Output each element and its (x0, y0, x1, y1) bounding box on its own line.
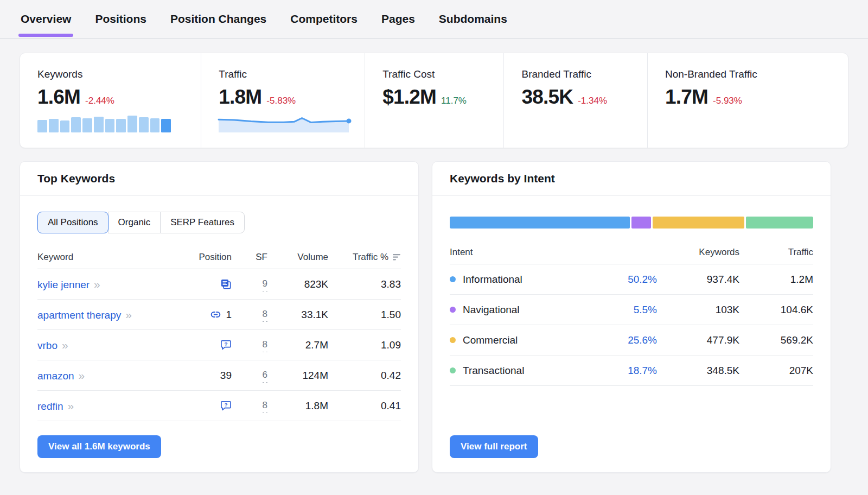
view-all-keywords-button[interactable]: View all 1.6M keywords (37, 435, 161, 458)
filter-organic[interactable]: Organic (108, 212, 161, 233)
stat-delta: -5.93% (713, 96, 742, 106)
traffic-pct-value: 0.41 (328, 400, 401, 412)
domain-overview-page: Overview Positions Position Changes Comp… (0, 0, 868, 473)
tab-label: Position Changes (170, 12, 266, 26)
table-row: Commercial 25.6% 477.9K 569.2K (450, 325, 813, 356)
instant-answer-icon: ? (220, 400, 232, 411)
stat-label: Branded Traffic (521, 68, 634, 80)
intent-name: Transactional (463, 365, 524, 377)
card-title: Top Keywords (20, 162, 418, 196)
tab-overview[interactable]: Overview (21, 0, 71, 38)
serp-features-count[interactable]: 8 (263, 400, 267, 413)
summary-metrics-card: Keywords 1.6M -2.44% Traffic 1.8M -5.83%… (20, 53, 848, 148)
stat-traffic-cost: Traffic Cost $1.2M 11.7% (365, 53, 503, 148)
traffic-pct-value: 1.50 (328, 309, 401, 321)
tab-label: Pages (381, 12, 415, 26)
tab-label: Subdomains (439, 12, 507, 26)
table-row: apartment therapy» 1 8 33.1K 1.50 (37, 300, 401, 330)
top-stories-icon (220, 278, 232, 290)
intent-share-link[interactable]: 50.2% (628, 274, 657, 285)
link-icon (210, 309, 221, 320)
stat-value: $1.2M (382, 86, 436, 109)
intent-keywords-value: 937.4K (657, 274, 739, 285)
tab-subdomains[interactable]: Subdomains (439, 0, 507, 38)
stat-traffic: Traffic 1.8M -5.83% (201, 53, 365, 148)
keyword-link[interactable]: kylie jenner (37, 279, 90, 290)
traffic-pct-value: 1.09 (328, 339, 401, 351)
report-tabs: Overview Positions Position Changes Comp… (0, 0, 868, 39)
view-full-report-button[interactable]: View full report (450, 435, 538, 458)
filter-all-positions[interactable]: All Positions (37, 212, 108, 233)
expand-chevrons-icon[interactable]: » (79, 369, 84, 382)
table-row: Transactional 18.7% 348.5K 207K (450, 356, 813, 386)
intent-share-link[interactable]: 5.5% (634, 304, 657, 315)
filter-serp-features[interactable]: SERP Features (160, 212, 245, 233)
keywords-by-intent-card: Keywords by Intent Intent Keywords Traff… (432, 161, 831, 473)
active-tab-indicator (18, 34, 73, 37)
table-row: redfin» ? 8 1.8M 0.41 (37, 391, 401, 421)
stat-label: Traffic Cost (382, 68, 490, 80)
volume-value: 33.1K (267, 309, 328, 321)
table-row: kylie jenner» 9 823K 3. (37, 269, 401, 300)
svg-text:?: ? (224, 402, 227, 408)
position-value: 1 (226, 309, 232, 321)
stat-value: 1.8M (219, 86, 261, 109)
intent-keywords-value: 477.9K (657, 334, 739, 346)
traffic-pct-value: 3.83 (328, 278, 401, 290)
intent-traffic-value: 104.6K (739, 304, 813, 316)
stat-delta: -5.83% (266, 96, 296, 106)
col-position: Position (182, 252, 232, 263)
intent-traffic-value: 569.2K (739, 334, 813, 346)
expand-chevrons-icon[interactable]: » (68, 399, 73, 412)
intent-keywords-value: 103K (657, 304, 739, 316)
intent-share-link[interactable]: 25.6% (628, 334, 657, 346)
card-title: Keywords by Intent (432, 162, 831, 196)
expand-chevrons-icon[interactable]: » (125, 308, 131, 321)
stat-branded-traffic: Branded Traffic 38.5K -1.34% (503, 53, 647, 148)
col-intent: Intent (450, 247, 591, 258)
tab-label: Competitors (290, 12, 358, 26)
table-row: Informational 50.2% 937.4K 1.2M (450, 264, 813, 295)
table-row: vrbo» ? 8 2.7M 1.09 (37, 330, 401, 360)
intent-distribution-bar (450, 217, 813, 229)
serp-features-count[interactable]: 8 (263, 339, 267, 352)
intent-traffic-value: 207K (739, 365, 813, 377)
volume-value: 1.8M (267, 400, 328, 412)
stat-non-branded-traffic: Non-Branded Traffic 1.7M -5.93% (647, 53, 848, 148)
keyword-link[interactable]: apartment therapy (37, 309, 121, 321)
tab-pages[interactable]: Pages (381, 0, 415, 38)
keyword-link[interactable]: redfin (37, 401, 63, 412)
intent-share-link[interactable]: 18.7% (628, 365, 657, 376)
tab-position-changes[interactable]: Position Changes (170, 0, 266, 38)
traffic-trend-sparkline (219, 114, 350, 134)
expand-chevrons-icon[interactable]: » (62, 339, 67, 351)
instant-answer-icon: ? (220, 339, 232, 351)
position-value: 39 (220, 370, 232, 382)
traffic-pct-value: 0.42 (328, 370, 401, 382)
col-keywords: Keywords (657, 247, 739, 258)
main-content: Keywords 1.6M -2.44% Traffic 1.8M -5.83%… (0, 39, 868, 473)
navigational-dot-icon (450, 307, 456, 313)
table-row: amazon» 39 6 124M 0.42 (37, 360, 401, 391)
keyword-link[interactable]: vrbo (37, 340, 58, 351)
keyword-link[interactable]: amazon (37, 370, 74, 382)
serp-features-count[interactable]: 9 (263, 278, 267, 291)
stat-value: 1.7M (665, 86, 708, 109)
stat-label: Non-Branded Traffic (665, 68, 835, 80)
transactional-dot-icon (450, 367, 456, 373)
expand-chevrons-icon[interactable]: » (94, 278, 99, 290)
stat-delta: 11.7% (441, 96, 467, 106)
commercial-dot-icon (450, 337, 456, 343)
table-row: Navigational 5.5% 103K 104.6K (450, 295, 813, 325)
col-traffic: Traffic (739, 247, 813, 258)
serp-features-count[interactable]: 8 (263, 309, 267, 322)
tab-competitors[interactable]: Competitors (290, 0, 358, 38)
volume-value: 2.7M (267, 339, 328, 351)
col-volume: Volume (267, 252, 328, 263)
tab-positions[interactable]: Positions (95, 0, 146, 38)
sort-descending-icon[interactable] (393, 254, 401, 261)
serp-features-count[interactable]: 6 (263, 370, 267, 383)
volume-value: 124M (267, 370, 328, 382)
col-traffic-pct: Traffic % (328, 252, 401, 263)
tab-label: Overview (21, 12, 71, 26)
